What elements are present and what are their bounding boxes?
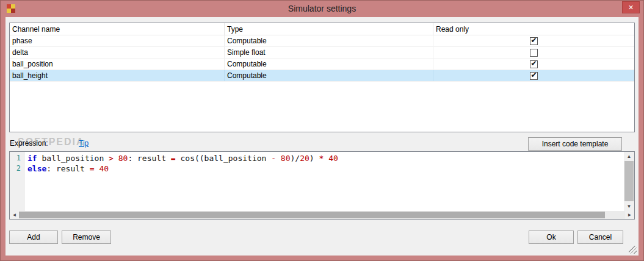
vertical-scroll-thumb[interactable] bbox=[624, 161, 634, 201]
ok-button[interactable]: Ok bbox=[529, 231, 574, 244]
check-icon: ✔ bbox=[530, 37, 537, 44]
readonly-checkbox[interactable]: ✔ bbox=[530, 72, 538, 80]
remove-button[interactable]: Remove bbox=[62, 231, 111, 244]
readonly-cell bbox=[433, 47, 634, 58]
arrow-down-icon: ▼ bbox=[627, 204, 632, 209]
arrow-right-icon: ► bbox=[628, 213, 632, 218]
code-area[interactable]: if ball_position > 80: result = cos((bal… bbox=[25, 152, 624, 211]
channel-row-ball_position[interactable]: ball_positionComputable✔ bbox=[10, 59, 634, 70]
arrow-left-icon: ◄ bbox=[12, 213, 17, 218]
editor-horizontal-scrollbar[interactable]: ◄ ► bbox=[10, 211, 634, 219]
arrow-up-icon: ▲ bbox=[627, 154, 632, 159]
readonly-cell: ✔ bbox=[433, 59, 634, 70]
readonly-checkbox[interactable]: ✔ bbox=[530, 60, 538, 68]
channel-name-cell: ball_height bbox=[10, 70, 225, 81]
dialog-client-area: Channel nameTypeRead only phaseComputabl… bbox=[5, 17, 639, 256]
column-header-channel-name[interactable]: Channel name bbox=[10, 23, 225, 35]
scroll-right-button[interactable]: ► bbox=[625, 211, 634, 219]
window-title: Simulator settings bbox=[1, 4, 643, 13]
line-number: 1 bbox=[10, 154, 25, 164]
channel-name-cell: delta bbox=[10, 47, 225, 58]
readonly-cell: ✔ bbox=[433, 35, 634, 46]
channel-name-cell: phase bbox=[10, 35, 225, 46]
line-number-gutter: 12 bbox=[10, 152, 25, 211]
cancel-button[interactable]: Cancel bbox=[577, 231, 623, 244]
readonly-cell: ✔ bbox=[433, 70, 634, 81]
code-line: else: result = 40 bbox=[27, 164, 624, 174]
type-cell: Computable bbox=[225, 59, 433, 70]
type-cell: Computable bbox=[225, 35, 433, 46]
expression-code-editor[interactable]: 12 if ball_position > 80: result = cos((… bbox=[9, 151, 635, 220]
scroll-up-button[interactable]: ▲ bbox=[624, 152, 634, 161]
readonly-checkbox[interactable] bbox=[530, 49, 538, 57]
channel-row-delta[interactable]: deltaSimple float bbox=[10, 47, 634, 59]
channel-name-cell: ball_position bbox=[10, 59, 225, 70]
resize-grip[interactable] bbox=[629, 246, 637, 254]
column-header-type[interactable]: Type bbox=[225, 23, 433, 35]
titlebar[interactable]: Simulator settings × bbox=[1, 1, 643, 17]
readonly-checkbox[interactable]: ✔ bbox=[530, 37, 538, 45]
scroll-down-button[interactable]: ▼ bbox=[624, 202, 634, 211]
line-number: 2 bbox=[10, 164, 25, 174]
column-header-read-only[interactable]: Read only bbox=[433, 23, 634, 35]
add-button[interactable]: Add bbox=[9, 231, 58, 244]
close-icon: × bbox=[628, 3, 633, 12]
check-icon: ✔ bbox=[530, 60, 537, 67]
channel-table-body: phaseComputable✔deltaSimple floatball_po… bbox=[10, 35, 634, 82]
horizontal-scroll-thumb[interactable] bbox=[19, 212, 605, 218]
tip-link[interactable]: Tip bbox=[79, 139, 89, 148]
channel-row-ball_height[interactable]: ball_heightComputable✔ bbox=[10, 70, 634, 82]
scroll-left-button[interactable]: ◄ bbox=[10, 211, 19, 219]
channel-row-phase[interactable]: phaseComputable✔ bbox=[10, 35, 634, 47]
simulator-settings-window: Simulator settings × Channel nameTypeRea… bbox=[0, 0, 644, 261]
insert-code-template-button[interactable]: Insert code template bbox=[528, 137, 622, 151]
type-cell: Computable bbox=[225, 70, 433, 81]
channel-table-header: Channel nameTypeRead only bbox=[10, 23, 634, 35]
type-cell: Simple float bbox=[225, 47, 433, 58]
code-line: if ball_position > 80: result = cos((bal… bbox=[27, 154, 624, 164]
expression-label: Expression: bbox=[10, 139, 48, 148]
check-icon: ✔ bbox=[530, 71, 537, 79]
channel-table: Channel nameTypeRead only phaseComputabl… bbox=[9, 23, 635, 132]
editor-vertical-scrollbar[interactable]: ▲ ▼ bbox=[624, 152, 634, 211]
close-button[interactable]: × bbox=[622, 1, 640, 13]
